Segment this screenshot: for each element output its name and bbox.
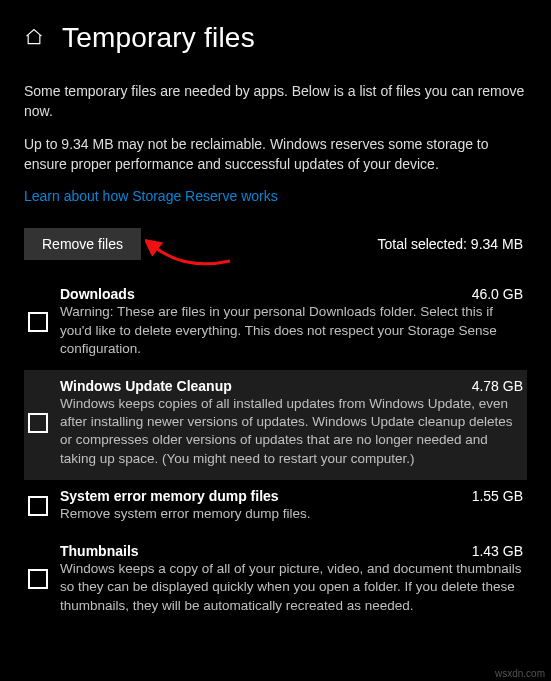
item-desc: Warning: These are files in your persona… — [60, 303, 523, 358]
checkbox-thumbnails[interactable] — [28, 569, 48, 589]
action-row: Remove files Total selected: 9.34 MB — [24, 228, 527, 260]
item-size: 1.43 GB — [472, 543, 523, 559]
item-desc: Windows keeps a copy of all of your pict… — [60, 560, 523, 615]
list-item[interactable]: Windows Update Cleanup 4.78 GB Windows k… — [24, 370, 527, 480]
item-body: Windows Update Cleanup 4.78 GB Windows k… — [60, 378, 523, 468]
item-size: 46.0 GB — [472, 286, 523, 302]
item-body: Downloads 46.0 GB Warning: These are fil… — [60, 286, 523, 358]
intro-text-1: Some temporary files are needed by apps.… — [24, 82, 527, 121]
checkbox-windows-update-cleanup[interactable] — [28, 413, 48, 433]
item-size: 1.55 GB — [472, 488, 523, 504]
item-body: System error memory dump files 1.55 GB R… — [60, 488, 523, 523]
page-title: Temporary files — [62, 22, 255, 54]
item-list: Downloads 46.0 GB Warning: These are fil… — [24, 278, 527, 626]
item-desc: Windows keeps copies of all installed up… — [60, 395, 523, 468]
item-title: Windows Update Cleanup — [60, 378, 232, 394]
checkbox-downloads[interactable] — [28, 312, 48, 332]
checkbox-system-error-dump[interactable] — [28, 496, 48, 516]
item-title: Thumbnails — [60, 543, 139, 559]
remove-files-button[interactable]: Remove files — [24, 228, 141, 260]
item-size: 4.78 GB — [472, 378, 523, 394]
item-body: Thumbnails 1.43 GB Windows keeps a copy … — [60, 543, 523, 615]
item-desc: Remove system error memory dump files. — [60, 505, 523, 523]
watermark: wsxdn.com — [495, 668, 545, 679]
home-icon[interactable] — [24, 27, 44, 50]
list-item[interactable]: Downloads 46.0 GB Warning: These are fil… — [24, 278, 527, 370]
header-row: Temporary files — [24, 22, 527, 54]
list-item[interactable]: System error memory dump files 1.55 GB R… — [24, 480, 527, 535]
list-item[interactable]: Thumbnails 1.43 GB Windows keeps a copy … — [24, 535, 527, 627]
storage-reserve-link[interactable]: Learn about how Storage Reserve works — [24, 188, 278, 204]
total-selected-label: Total selected: 9.34 MB — [377, 236, 527, 252]
item-title: System error memory dump files — [60, 488, 279, 504]
intro-text-2: Up to 9.34 MB may not be reclaimable. Wi… — [24, 135, 527, 174]
item-title: Downloads — [60, 286, 135, 302]
